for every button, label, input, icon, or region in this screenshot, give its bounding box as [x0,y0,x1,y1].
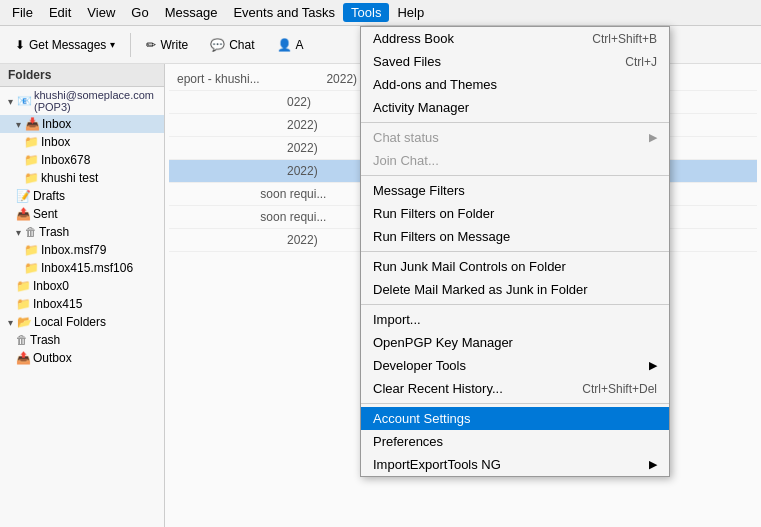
message-filters-label: Message Filters [373,183,465,198]
menu-sep-2 [361,175,669,176]
account-settings-menu-item[interactable]: Account Settings [361,407,669,430]
saved-files-menu-item[interactable]: Saved Files Ctrl+J [361,50,669,73]
run-filters-message-menu-item[interactable]: Run Filters on Message [361,225,669,248]
openpgp-label: OpenPGP Key Manager [373,335,513,350]
get-messages-button[interactable]: ⬇ Get Messages ▾ [6,34,124,56]
tools-menu: Address Book Ctrl+Shift+B Saved Files Ct… [360,26,670,477]
developer-tools-arrow: ▶ [649,359,657,372]
clear-history-label: Clear Recent History... [373,381,503,396]
address-book-icon: 👤 [277,38,292,52]
inbox-sub-folder[interactable]: 📁 Inbox [0,133,164,151]
menu-view[interactable]: View [79,3,123,22]
chat-label: Chat [229,38,254,52]
inbox415-folder[interactable]: 📁 Inbox415 [0,295,164,313]
account-folder[interactable]: ▾ 📧 khushi@someplace.com (POP3) [0,87,164,115]
local-folders-label: Local Folders [34,315,106,329]
menu-message[interactable]: Message [157,3,226,22]
inbox415-label: Inbox415 [33,297,82,311]
address-book-shortcut: Ctrl+Shift+B [592,32,657,46]
account-settings-label: Account Settings [373,411,471,426]
address-book-menu-label: Address Book [373,31,454,46]
importexporttools-menu-item[interactable]: ImportExportTools NG ▶ [361,453,669,476]
get-messages-dropdown-arrow[interactable]: ▾ [110,39,115,50]
get-messages-label: Get Messages [29,38,106,52]
toolbar-separator-1 [130,33,131,57]
trash-local-label: Trash [30,333,60,347]
menu-events[interactable]: Events and Tasks [225,3,343,22]
inbox-msf79-label: Inbox.msf79 [41,243,106,257]
account-chevron: ▾ [8,96,13,107]
trash-account-folder[interactable]: ▾ 🗑 Trash [0,223,164,241]
address-book-toolbar-button[interactable]: 👤 A [268,34,313,56]
menu-file[interactable]: File [4,3,41,22]
inbox415-icon: 📁 [16,297,31,311]
menu-sep-5 [361,403,669,404]
message-filters-menu-item[interactable]: Message Filters [361,179,669,202]
run-filters-folder-label: Run Filters on Folder [373,206,494,221]
address-book-menu-item[interactable]: Address Book Ctrl+Shift+B [361,27,669,50]
address-book-label: A [296,38,304,52]
trash-local-icon: 🗑 [16,333,28,347]
menu-sep-1 [361,122,669,123]
inbox-msf79-folder[interactable]: 📁 Inbox.msf79 [0,241,164,259]
saved-files-menu-label: Saved Files [373,54,441,69]
khushi-test-icon: 📁 [24,171,39,185]
run-filters-message-label: Run Filters on Message [373,229,510,244]
drafts-folder[interactable]: 📝 Drafts [0,187,164,205]
inbox415-msf106-folder[interactable]: 📁 Inbox415.msf106 [0,259,164,277]
trash-account-label: Trash [39,225,69,239]
developer-tools-menu-item[interactable]: Developer Tools ▶ [361,354,669,377]
inbox678-folder[interactable]: 📁 Inbox678 [0,151,164,169]
trash-chevron: ▾ [16,227,21,238]
menu-tools[interactable]: Tools [343,3,389,22]
menu-help[interactable]: Help [389,3,432,22]
addons-menu-item[interactable]: Add-ons and Themes [361,73,669,96]
preferences-menu-item[interactable]: Preferences [361,430,669,453]
chat-button[interactable]: 💬 Chat [201,34,263,56]
sent-label: Sent [33,207,58,221]
menu-go[interactable]: Go [123,3,156,22]
inbox-icon: 📥 [25,117,40,131]
delete-junk-label: Delete Mail Marked as Junk in Folder [373,282,588,297]
importexporttools-arrow: ▶ [649,458,657,471]
menu-edit[interactable]: Edit [41,3,79,22]
sent-folder[interactable]: 📤 Sent [0,205,164,223]
outbox-icon: 📤 [16,351,31,365]
get-messages-icon: ⬇ [15,38,25,52]
menu-sep-4 [361,304,669,305]
inbox-chevron: ▾ [16,119,21,130]
delete-junk-menu-item[interactable]: Delete Mail Marked as Junk in Folder [361,278,669,301]
developer-tools-label: Developer Tools [373,358,466,373]
menu-bar: File Edit View Go Message Events and Tas… [0,0,761,26]
menu-sep-3 [361,251,669,252]
run-filters-folder-menu-item[interactable]: Run Filters on Folder [361,202,669,225]
drafts-icon: 📝 [16,189,31,203]
import-menu-item[interactable]: Import... [361,308,669,331]
run-junk-label: Run Junk Mail Controls on Folder [373,259,566,274]
activity-manager-menu-item[interactable]: Activity Manager [361,96,669,119]
preferences-label: Preferences [373,434,443,449]
local-folders-folder[interactable]: ▾ 📂 Local Folders [0,313,164,331]
khushi-test-folder[interactable]: 📁 khushi test [0,169,164,187]
chat-status-menu-item: Chat status ▶ [361,126,669,149]
folders-header: Folders [0,64,164,87]
trash-account-icon: 🗑 [25,225,37,239]
clear-history-menu-item[interactable]: Clear Recent History... Ctrl+Shift+Del [361,377,669,400]
run-junk-menu-item[interactable]: Run Junk Mail Controls on Folder [361,255,669,278]
write-button[interactable]: ✏ Write [137,34,197,56]
sidebar: Folders ▾ 📧 khushi@someplace.com (POP3) … [0,64,165,527]
chat-status-arrow: ▶ [649,131,657,144]
openpgp-menu-item[interactable]: OpenPGP Key Manager [361,331,669,354]
account-label: khushi@someplace.com (POP3) [34,89,160,113]
inbox415-msf106-label: Inbox415.msf106 [41,261,133,275]
inbox678-label: Inbox678 [41,153,90,167]
trash-local-folder[interactable]: 🗑 Trash [0,331,164,349]
inbox678-icon: 📁 [24,153,39,167]
khushi-test-label: khushi test [41,171,98,185]
activity-manager-menu-label: Activity Manager [373,100,469,115]
addons-menu-label: Add-ons and Themes [373,77,497,92]
drafts-label: Drafts [33,189,65,203]
inbox-parent-folder[interactable]: ▾ 📥 Inbox [0,115,164,133]
inbox0-folder[interactable]: 📁 Inbox0 [0,277,164,295]
outbox-folder[interactable]: 📤 Outbox [0,349,164,367]
